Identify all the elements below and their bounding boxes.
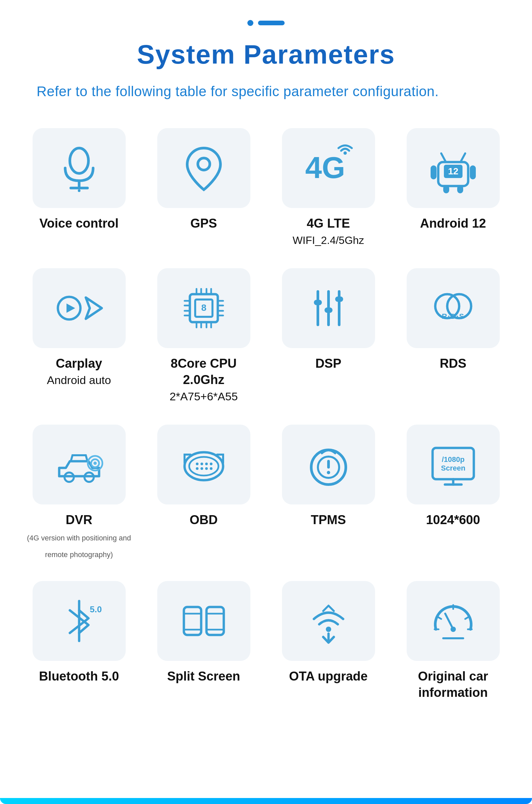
- ota-icon-box: [282, 581, 375, 661]
- feature-android: 12 Android 12: [401, 128, 506, 248]
- feature-cpu: 8: [151, 268, 256, 405]
- car-info-icon: [426, 595, 480, 647]
- voice-control-icon-box: [33, 128, 126, 208]
- voice-control-icon: [53, 142, 106, 195]
- feature-resolution: /1080p Screen 1024*600: [401, 425, 506, 561]
- split-screen-icon: [177, 595, 230, 647]
- svg-rect-13: [470, 165, 476, 179]
- svg-point-0: [70, 148, 89, 173]
- svg-point-57: [196, 462, 198, 465]
- svg-text:Screen: Screen: [441, 464, 465, 472]
- svg-point-64: [210, 467, 212, 470]
- svg-rect-79: [207, 607, 224, 635]
- svg-text:/1080p: /1080p: [441, 455, 464, 463]
- svg-point-82: [326, 627, 331, 632]
- carplay-label: Carplay Android auto: [47, 355, 111, 388]
- svg-point-58: [201, 462, 203, 465]
- split-screen-label: Split Screen: [167, 668, 241, 684]
- feature-gps: GPS: [151, 128, 256, 248]
- gps-icon-box: [157, 128, 250, 208]
- split-screen-icon-box: [157, 581, 250, 661]
- svg-rect-42: [314, 300, 322, 305]
- ota-icon: [302, 595, 355, 647]
- svg-marker-20: [86, 297, 102, 319]
- rds-label: RDS: [440, 355, 466, 372]
- cpu-icon: 8: [177, 281, 230, 335]
- page-indicator: [247, 20, 285, 26]
- svg-point-54: [93, 461, 97, 465]
- tpms-icon-box: [282, 425, 375, 505]
- subtitle: Refer to the following table for specifi…: [37, 82, 495, 102]
- svg-text:12: 12: [448, 166, 458, 176]
- car-info-label: Original car information: [401, 668, 506, 701]
- feature-dvr: DVR (4G version with positioning and rem…: [26, 425, 131, 561]
- svg-text:8: 8: [201, 303, 207, 313]
- feature-bluetooth: 5.0 Bluetooth 5.0: [26, 581, 131, 701]
- dvr-icon-box: [33, 425, 126, 505]
- feature-dsp: DSP: [276, 268, 381, 405]
- svg-rect-44: [324, 308, 332, 313]
- feature-car-info: Original car information: [401, 581, 506, 701]
- svg-rect-69: [433, 448, 474, 479]
- android-icon-box: 12: [407, 128, 500, 208]
- feature-rds: R·D·S RDS: [401, 268, 506, 405]
- svg-text:4G: 4G: [305, 151, 345, 184]
- svg-point-68: [327, 471, 330, 474]
- page-title: System Parameters: [137, 39, 395, 70]
- svg-point-62: [201, 467, 203, 470]
- svg-point-63: [205, 467, 208, 470]
- 4g-label: 4G LTE WIFI_2.4/5Ghz: [292, 215, 364, 248]
- svg-point-4: [198, 158, 210, 170]
- dsp-icon-box: [282, 268, 375, 348]
- indicator-dash: [258, 21, 285, 25]
- tpms-label: TPMS: [311, 512, 346, 528]
- obd-icon-box: [157, 425, 250, 505]
- svg-line-10: [441, 153, 446, 162]
- cpu-label: 8Core CPU 2.0Ghz 2*A75+6*A55: [151, 355, 256, 405]
- svg-point-56: [189, 457, 218, 476]
- svg-rect-46: [335, 296, 343, 302]
- svg-point-3: [78, 189, 80, 192]
- carplay-icon-box: [33, 268, 126, 348]
- gps-icon: [177, 142, 230, 195]
- voice-control-label: Voice control: [40, 215, 119, 232]
- 4g-icon: 4G: [302, 142, 355, 195]
- ota-label: OTA upgrade: [289, 668, 367, 684]
- svg-rect-14: [443, 185, 449, 193]
- dvr-label: DVR (4G version with positioning and rem…: [26, 512, 131, 561]
- resolution-icon-box: /1080p Screen: [407, 425, 500, 505]
- feature-carplay: Carplay Android auto: [26, 268, 131, 405]
- dsp-icon: [302, 281, 355, 335]
- obd-icon: [177, 438, 230, 491]
- svg-point-61: [196, 467, 198, 470]
- svg-text:5.0: 5.0: [90, 604, 102, 614]
- bluetooth-label: Bluetooth 5.0: [39, 668, 119, 684]
- svg-point-90: [451, 627, 456, 632]
- gps-label: GPS: [190, 215, 217, 232]
- svg-line-11: [460, 153, 465, 162]
- svg-line-86: [465, 617, 469, 619]
- dsp-label: DSP: [315, 355, 341, 372]
- svg-rect-67: [327, 460, 330, 469]
- feature-tpms: TPMS: [276, 425, 381, 561]
- rds-icon-box: R·D·S: [407, 268, 500, 348]
- svg-marker-19: [66, 304, 75, 313]
- features-grid: Voice control GPS 4G 4G LTE WIFI_2.4/5Gh: [26, 128, 506, 701]
- bluetooth-icon-box: 5.0: [33, 581, 126, 661]
- obd-label: OBD: [190, 512, 217, 528]
- svg-point-60: [210, 462, 212, 465]
- carplay-icon: [53, 281, 106, 335]
- android-label: Android 12: [420, 215, 486, 232]
- android-icon: 12: [426, 142, 480, 195]
- svg-rect-12: [431, 165, 437, 179]
- svg-text:R·D·S: R·D·S: [441, 312, 464, 321]
- tpms-icon: [302, 438, 355, 491]
- feature-ota: OTA upgrade: [276, 581, 381, 701]
- svg-rect-76: [184, 607, 201, 635]
- svg-line-85: [438, 617, 441, 619]
- bluetooth-icon: 5.0: [53, 595, 106, 647]
- svg-rect-15: [457, 185, 463, 193]
- svg-point-59: [205, 462, 208, 465]
- feature-split-screen: Split Screen: [151, 581, 256, 701]
- feature-obd: OBD: [151, 425, 256, 561]
